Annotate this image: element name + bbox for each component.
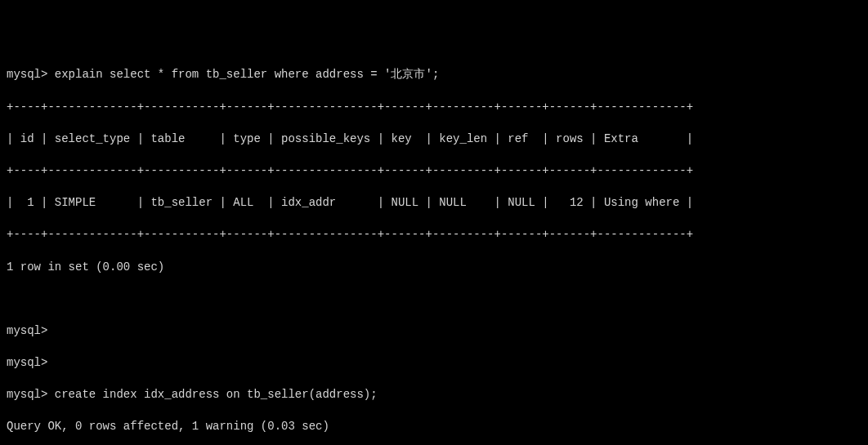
table1-border-mid: +----+-------------+-----------+------+-… xyxy=(7,163,861,180)
table1-border-top: +----+-------------+-----------+------+-… xyxy=(7,100,861,116)
explain-cmd-1: mysql> explain select * from tb_seller w… xyxy=(7,67,861,83)
prompt-empty-2[interactable]: mysql> xyxy=(7,355,861,372)
prompt-empty-1[interactable]: mysql> xyxy=(7,323,861,340)
create-index-result-1: Query OK, 0 rows affected, 1 warning (0.… xyxy=(7,419,861,435)
blank xyxy=(7,291,861,308)
table1-footer: 1 row in set (0.00 sec) xyxy=(7,260,861,276)
table1-row: | 1 | SIMPLE | tb_seller | ALL | idx_add… xyxy=(7,195,861,211)
create-index-cmd: mysql> create index idx_address on tb_se… xyxy=(7,387,861,403)
table1-header: | id | select_type | table | type | poss… xyxy=(7,131,861,148)
table1-border-bot: +----+-------------+-----------+------+-… xyxy=(7,227,861,243)
